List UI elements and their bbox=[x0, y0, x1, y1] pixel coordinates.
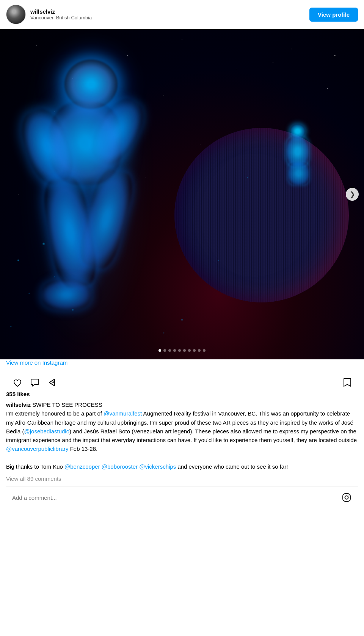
instagram-icon-area bbox=[341, 492, 352, 503]
like-button[interactable] bbox=[12, 377, 23, 388]
mention-vancouverpubliclibrary[interactable]: @vancouverpubliclibrary bbox=[6, 446, 68, 452]
instagram-logo-icon bbox=[341, 492, 352, 503]
caption-line1: SWIPE TO SEE PROCESS I'm extremely honou… bbox=[6, 401, 357, 452]
mention-josebediastudio[interactable]: @josebediastudio bbox=[24, 428, 69, 434]
dot-6[interactable] bbox=[183, 349, 186, 352]
dot-7[interactable] bbox=[188, 349, 191, 352]
actions-left bbox=[12, 377, 58, 388]
caption-line1-text: SWIPE TO SEE PROCESS bbox=[32, 401, 102, 408]
mention-boborooster[interactable]: @boborooster bbox=[102, 463, 138, 470]
mention-vickerschips[interactable]: @vickerschips bbox=[139, 463, 176, 470]
likes-count[interactable]: 355 likes bbox=[6, 391, 358, 397]
caption-end: and everyone who came out to see it so f… bbox=[176, 463, 288, 470]
add-comment-area bbox=[6, 487, 358, 508]
comment-input[interactable] bbox=[12, 494, 341, 501]
dot-5[interactable] bbox=[178, 349, 181, 352]
bookmark-icon bbox=[343, 377, 352, 388]
scatter-particles bbox=[0, 29, 364, 359]
share-icon bbox=[47, 377, 58, 388]
dot-4[interactable] bbox=[173, 349, 176, 352]
comment-icon bbox=[30, 377, 40, 388]
post-caption: willselviz SWIPE TO SEE PROCESS I'm extr… bbox=[6, 400, 358, 471]
avatar[interactable] bbox=[6, 5, 26, 24]
next-slide-button[interactable]: ❯ bbox=[346, 188, 359, 201]
caption-thanks: Big thanks to Tom Kuo bbox=[6, 463, 64, 470]
bookmark-button[interactable] bbox=[343, 378, 352, 387]
username-label: willselviz bbox=[30, 8, 92, 15]
chevron-right-icon: ❯ bbox=[350, 190, 355, 198]
dot-2[interactable] bbox=[163, 349, 166, 352]
svg-point-2 bbox=[348, 494, 349, 495]
caption-body-text: I'm extremely honoured to be a part of bbox=[6, 410, 104, 417]
dot-3[interactable] bbox=[168, 349, 171, 352]
mention-benzcooper[interactable]: @benzcooper bbox=[64, 463, 100, 470]
post-header: willselviz Vancouver, British Columbia V… bbox=[0, 0, 364, 29]
share-button[interactable] bbox=[47, 377, 58, 388]
post-actions bbox=[6, 372, 358, 391]
svg-point-1 bbox=[345, 496, 348, 499]
heart-icon bbox=[12, 377, 23, 388]
dot-1[interactable] bbox=[158, 349, 161, 352]
view-profile-button[interactable]: View profile bbox=[309, 8, 358, 22]
header-left: willselviz Vancouver, British Columbia bbox=[6, 5, 92, 24]
location-label: Vancouver, British Columbia bbox=[30, 15, 92, 20]
art-canvas bbox=[0, 29, 364, 359]
caption-part4: Feb 13-28. bbox=[68, 446, 97, 452]
view-more-instagram-link[interactable]: View more on Instagram bbox=[6, 359, 67, 366]
dot-9[interactable] bbox=[198, 349, 201, 352]
mention-vanmuralfest[interactable]: @vanmuralfest bbox=[104, 410, 142, 417]
slide-dots bbox=[158, 349, 206, 352]
post-image-container: ❯ bbox=[0, 29, 364, 359]
user-info: willselviz Vancouver, British Columbia bbox=[30, 8, 92, 20]
dot-8[interactable] bbox=[193, 349, 196, 352]
post-content: View more on Instagram bbox=[0, 359, 364, 508]
caption-username[interactable]: willselviz bbox=[6, 401, 31, 408]
dot-10[interactable] bbox=[203, 349, 206, 352]
view-comments-link[interactable]: View all 89 comments bbox=[6, 475, 358, 482]
comment-button[interactable] bbox=[30, 377, 40, 388]
